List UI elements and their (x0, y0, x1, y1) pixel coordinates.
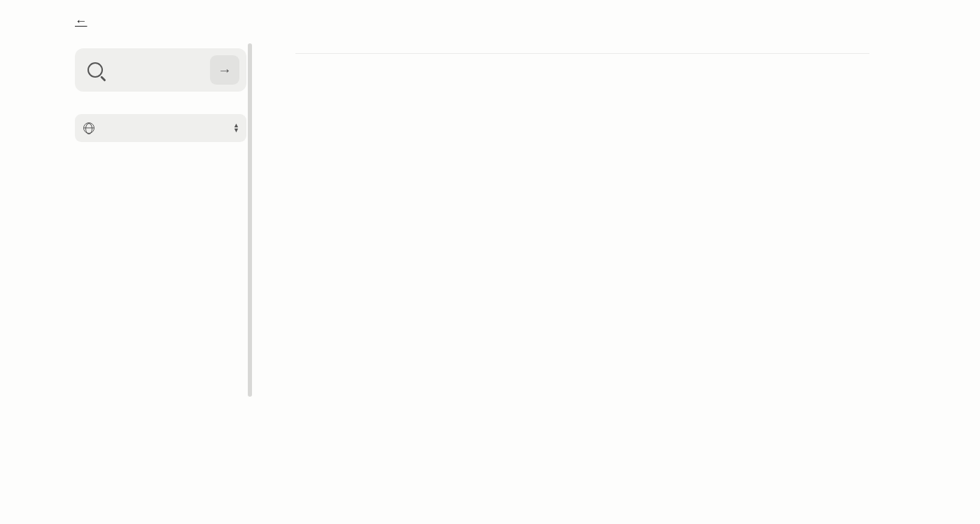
search-icon (88, 62, 103, 78)
updown-icon: ▲▼ (233, 123, 239, 133)
language-select[interactable]: ▲▼ (75, 114, 246, 142)
main-content (246, 0, 897, 163)
arrow-left-icon: ← (75, 14, 88, 29)
divider (295, 53, 869, 54)
back-link[interactable]: ← (75, 14, 246, 29)
sidebar: ← → ▲▼ (75, 0, 246, 163)
search-submit-button[interactable]: → (210, 55, 239, 85)
search-box[interactable]: → (75, 48, 246, 92)
arrow-right-icon: → (218, 62, 232, 78)
sidebar-scrollbar[interactable] (248, 43, 252, 397)
globe-icon (83, 122, 94, 134)
